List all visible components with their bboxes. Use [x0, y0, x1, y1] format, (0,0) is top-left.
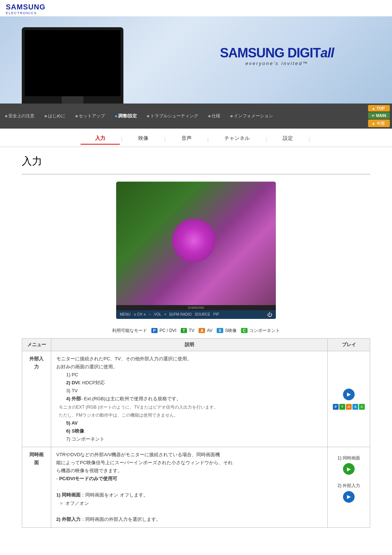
prev-button[interactable]: ▲ 이전 — [368, 119, 390, 127]
desc-item-5: 5) AV — [56, 420, 78, 426]
tab-channel[interactable]: チャンネル — [210, 133, 264, 145]
nav-label-safety: 安全上の注意 — [8, 113, 34, 119]
menu-cell-external: 外部入力 — [22, 351, 51, 447]
tab-video[interactable]: 映像 — [124, 133, 163, 145]
desc-item-7: 7) コンポーネント — [56, 436, 105, 442]
badge-p: P — [333, 404, 339, 410]
badge-t: T — [339, 404, 345, 410]
nav-item-trouble[interactable]: トラブルシューティング — [142, 110, 203, 122]
banner-monitor-screen — [25, 30, 121, 96]
col-header-menu: メニュー — [22, 339, 51, 351]
power-icon[interactable]: ⏻ — [267, 312, 272, 317]
mode-badge-s: S — [217, 328, 223, 333]
nav-dot — [45, 115, 47, 117]
nav-dot — [147, 115, 149, 117]
nav-label-trouble: トラブルシューティング — [150, 113, 198, 119]
nav-dot — [208, 115, 211, 117]
monitor-image — [116, 182, 276, 305]
desc-note-2: ただし、FMラジオの動作中は、この機能は使用できません。 — [56, 413, 178, 418]
tab-sep-4: | — [264, 136, 268, 142]
nav-item-setup[interactable]: セットアップ — [70, 110, 110, 122]
play-icon-pip-2[interactable]: ▶ — [343, 491, 355, 503]
badge-row: P T A S C — [333, 404, 365, 410]
mode-label-tv: TV — [189, 328, 197, 333]
header: SAMSUNG ELECTRONICS — [0, 0, 392, 16]
tab-sep-2: | — [163, 136, 167, 142]
content: 入力 SAMSUNG MENU ∨ CH ∧ − VOL + 回/FM RADI… — [0, 147, 392, 535]
nav-dot-active — [115, 115, 117, 117]
col-header-play: プレイ — [328, 339, 370, 351]
top-button-label: TOP — [377, 106, 385, 110]
mode-line-text: 利用可能なモード — [112, 328, 150, 333]
nav-item-intro[interactable]: はじめに — [40, 110, 70, 122]
desc-item-1: 1) PC — [56, 372, 78, 377]
nav-item-adjust[interactable]: 調整/設定 — [110, 110, 142, 122]
tab-audio[interactable]: 音声 — [167, 133, 206, 145]
monitor-controls-bar: MENU ∨ CH ∧ − VOL + 回/FM RADIO SOURCE PI… — [116, 310, 276, 319]
play-label-1: 1) 同時画面 — [338, 454, 360, 462]
banner-brand-sub: everyone's invited™ — [220, 61, 334, 66]
mode-badge-c: C — [241, 328, 248, 333]
nav-dot — [230, 115, 233, 117]
play-pip-1: 1) 同時画面 ▶ — [333, 454, 365, 475]
main-button[interactable]: ↵ MAIN — [368, 112, 390, 119]
prev-button-label: 이전 — [377, 121, 385, 126]
main-arrow-icon: ↵ — [372, 114, 375, 118]
banner-brand-title: SAMSUNG DIGITall — [220, 45, 334, 61]
tab-row: 入力 | 映像 | 音声 | チャンネル | 設定 | — [0, 129, 392, 147]
mode-label-pc: PC / DVI — [160, 328, 179, 333]
nav-label-intro: はじめに — [48, 113, 65, 119]
mode-label-av: AV — [207, 328, 215, 333]
tab-input[interactable]: 入力 — [81, 133, 120, 145]
nav-items: 安全上の注意 はじめに セットアップ 調整/設定 トラブルシューティング 仕様 … — [0, 110, 366, 122]
logo-electronics-text: ELECTRONICS — [6, 11, 45, 15]
pip-note-pcmode: PC/DVIモードのみで使用可 — [59, 476, 117, 481]
prev-arrow-icon: ▲ — [372, 121, 375, 125]
flower-center — [172, 219, 216, 262]
nav-label-setup: セットアップ — [79, 113, 105, 119]
monitor-brand-label: SAMSUNG — [116, 305, 276, 310]
monitor-controls-text: MENU ∨ CH ∧ − VOL + 回/FM RADIO SOURCE PI… — [120, 312, 219, 317]
nav-item-info[interactable]: インフォメーション — [225, 110, 278, 122]
desc-cell-external: モニターに接続されたPC、TV、その他外部入力の選択に使用。 お好みの画面の選択… — [51, 351, 328, 447]
nav-dot — [75, 115, 78, 117]
desc-item-2: 2) DVI: HDCP対応 — [56, 380, 105, 385]
table-row: 外部入力 モニターに接続されたPC、TV、その他外部入力の選択に使用。 お好みの… — [22, 351, 370, 447]
banner-brand: SAMSUNG DIGITall everyone's invited™ — [220, 45, 334, 66]
nav-item-spec[interactable]: 仕様 — [203, 110, 225, 122]
banner-monitor — [22, 27, 123, 104]
play-icon-pip-1[interactable]: ▶ — [343, 463, 355, 475]
mode-label-svideo: S映像 — [225, 328, 239, 333]
tab-sep-1: | — [120, 136, 124, 142]
tab-settings[interactable]: 設定 — [268, 133, 307, 145]
logo-samsung-text: SAMSUNG — [6, 3, 45, 11]
desc-item-6: 6) S映像 — [56, 428, 84, 434]
page-title: 入力 — [22, 154, 370, 168]
play-pip-2: 2) 外部入力 ▶ — [333, 482, 365, 502]
play-cell-external: ▶ P T A S C — [328, 351, 370, 447]
nav-item-safety[interactable]: 安全上の注意 — [0, 110, 40, 122]
top-button[interactable]: ▲ TOP — [368, 105, 390, 112]
table-row: 同時画面 VTRやDVDなどの外部A/V機器がモニターに接続されている場合、同時… — [22, 447, 370, 528]
main-button-label: MAIN — [376, 113, 386, 118]
nav-dot — [5, 115, 7, 117]
badge-a: A — [346, 404, 352, 410]
navbar: 安全上の注意 はじめに セットアップ 調整/設定 トラブルシューティング 仕様 … — [0, 104, 392, 129]
col-header-desc: 説明 — [51, 339, 328, 351]
badge-s: S — [352, 404, 358, 410]
pip-desc-1: 1) 同時画面：同時画面をオン オフします。 — [56, 492, 148, 498]
mode-badge-a: A — [199, 328, 205, 333]
tab-sep-3: | — [206, 136, 210, 142]
flower-background — [116, 182, 276, 305]
nav-label-adjust: 調整/設定 — [118, 113, 137, 119]
menu-cell-pip: 同時画面 — [22, 447, 51, 528]
play-cell-pip: 1) 同時画面 ▶ 2) 外部入力 ▶ — [328, 447, 370, 528]
nav-buttons: ▲ TOP ↵ MAIN ▲ 이전 — [366, 104, 392, 129]
info-table: メニュー 説明 プレイ 外部入力 モニターに接続されたPC、TV、その他外部入力… — [22, 338, 370, 528]
play-label-2: 2) 外部入力 — [338, 482, 360, 489]
monitor-image-container: SAMSUNG MENU ∨ CH ∧ − VOL + 回/FM RADIO S… — [22, 182, 370, 319]
pip-desc-2: 2) 外部入力：同時画面の外部入力を選択します。 — [56, 516, 161, 522]
play-icon-external[interactable]: ▶ — [343, 389, 355, 400]
play-content-pip: 1) 同時画面 ▶ 2) 外部入力 ▶ — [333, 454, 365, 503]
monitor-wrapper: SAMSUNG MENU ∨ CH ∧ − VOL + 回/FM RADIO S… — [116, 182, 276, 319]
